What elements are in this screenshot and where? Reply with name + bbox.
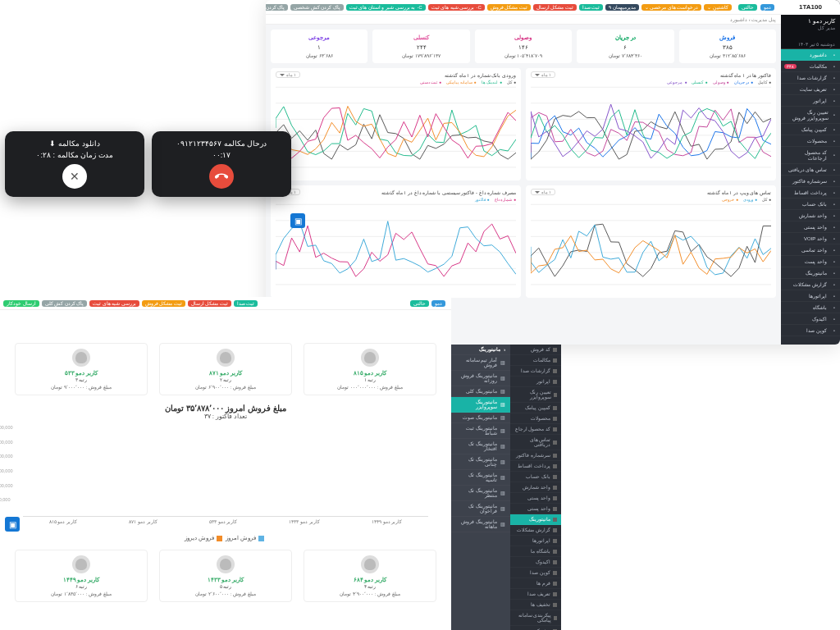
user-card[interactable]: کاربر دمو ۶۸۴رتبه ۴مبلغ فروش : ۴٬۹۰۰٬۰۰۰… bbox=[304, 550, 436, 602]
submenu-item[interactable]: ▥مانیتورینگ صوت bbox=[451, 413, 510, 423]
close-button[interactable]: ✕ bbox=[62, 164, 87, 189]
period-select[interactable]: ۱ ماه bbox=[531, 71, 555, 78]
contact-fab-icon[interactable]: ▣ bbox=[290, 213, 305, 228]
sidebar-item[interactable]: ▪واحد VOIP bbox=[781, 233, 840, 244]
sidebar2-item[interactable]: تخفیف ها bbox=[510, 600, 561, 610]
hangup-button[interactable] bbox=[209, 164, 234, 189]
phone-hangup-icon bbox=[215, 170, 228, 183]
sidebar-item[interactable]: ▪اکیدوک bbox=[781, 313, 840, 325]
sidebar-item[interactable]: ▪واحد پست bbox=[781, 256, 840, 267]
submenu-item[interactable]: ▥مانیتورینگ فروش ماهانه bbox=[451, 517, 510, 532]
sidebar-item[interactable]: ▪کد محصول ارجاعات bbox=[781, 147, 840, 164]
sidebar-item[interactable]: ▪بانک حساب bbox=[781, 199, 840, 210]
submenu-item[interactable]: ▥مانیتورینگ کلی bbox=[451, 386, 510, 397]
sidebar2-item[interactable]: پیکربندی سامانه پیامکی bbox=[510, 610, 561, 626]
sidebar-item[interactable]: ▪کمپین پیامک bbox=[781, 124, 840, 135]
period-select[interactable]: ۱ ماه bbox=[276, 71, 300, 78]
sidebar-item[interactable]: ▪محصولات bbox=[781, 135, 840, 147]
topbar-pill[interactable]: مدیرمیهمان ۹ bbox=[605, 4, 639, 11]
sidebar-item[interactable]: ▪باشگاه bbox=[781, 302, 840, 313]
submenu-item[interactable]: ▥مانیتورینگ تک فراخوان bbox=[451, 501, 510, 517]
topbar-pill[interactable]: ثبت مشکل ارسال bbox=[188, 300, 231, 307]
sidebar2-item[interactable]: گزارش مشکلات bbox=[510, 525, 561, 536]
topbar-pill[interactable]: پاک کردن کش کلی bbox=[42, 300, 88, 307]
sidebar2-item[interactable]: فرم ها bbox=[510, 578, 561, 589]
menu-icon bbox=[553, 571, 557, 575]
user-card[interactable]: کاربر دمو ۵۳۳رتبه ۳مبلغ فروش : ۹٬۰۰۰٬۰۰۰… bbox=[15, 343, 148, 395]
sidebar-item[interactable]: ▪تماس های دریافتی bbox=[781, 164, 840, 176]
sidebar2-item[interactable]: کمپین پیامک bbox=[510, 403, 561, 413]
sidebar2-item[interactable]: تعیین رنگ سوپروایزر bbox=[510, 387, 561, 403]
sidebar2-item[interactable]: اپراتورها bbox=[510, 536, 561, 546]
topbar-pill[interactable]: ثبت مشکل فروش bbox=[487, 4, 531, 11]
user-card[interactable]: کاربر دمو ۸۱۵رتبه ۱مبلغ فروش : ۰۰۰٬۰۰۰٬۰… bbox=[304, 343, 436, 395]
period-select[interactable]: ۱ ماه bbox=[531, 189, 555, 195]
sidebar2-item[interactable]: بانک حساب bbox=[510, 472, 561, 482]
topbar-pill[interactable]: ۰C بررسی شبه های ثبت bbox=[428, 4, 485, 11]
topbar-pill[interactable]: درخواست های مرخصی ⌄ bbox=[641, 4, 702, 11]
sidebar2-item[interactable]: گزارشات صدا bbox=[510, 366, 561, 377]
sidebar2-item[interactable]: واحد پستی bbox=[510, 504, 561, 514]
sidebar-item[interactable]: ▪تعریف سایت bbox=[781, 84, 840, 95]
sidebar-item[interactable]: ▪اپراتور bbox=[781, 95, 840, 107]
topbar-pill[interactable]: پاک کردن کش شخصی bbox=[290, 4, 344, 11]
sidebar-item[interactable]: ▪واحد پستی bbox=[781, 221, 840, 233]
bar-chart-icon: ▥ bbox=[500, 360, 505, 365]
topbar-pill[interactable]: ثبت مشکل ارسال bbox=[533, 4, 577, 11]
sidebar2-item[interactable]: باشگاه ما bbox=[510, 546, 561, 557]
sidebar-item[interactable]: ▪تعیین رنگ سوپروایزر فروش bbox=[781, 107, 840, 124]
topbar-pill[interactable]: ثبت صدا bbox=[234, 300, 258, 307]
sidebar-item[interactable]: ▪کوپن صدا bbox=[781, 325, 840, 336]
sidebar2-item[interactable]: واحد شمارش bbox=[510, 482, 561, 493]
submenu-item[interactable]: ▥مانیتورینگ تک چنانی bbox=[451, 454, 510, 470]
topbar-pill[interactable]: پاک کردن کش کلی bbox=[266, 4, 288, 11]
sidebar-item[interactable]: ▪پرداخت اقساط bbox=[781, 187, 840, 199]
topbar-pill[interactable]: ثبت مشکل فروش bbox=[142, 300, 185, 307]
sidebar-item[interactable]: ▪سرشماره فاکتور bbox=[781, 176, 840, 187]
sidebar-item[interactable]: ▪واحد تماسی bbox=[781, 244, 840, 256]
pill-login[interactable]: دمو bbox=[431, 300, 445, 307]
submenu-item[interactable]: ▥آمار تیم سامانه فروش bbox=[451, 355, 510, 371]
contact-fab-icon[interactable]: ▣ bbox=[5, 517, 20, 532]
submenu-item[interactable]: ▥مانیتورینگ فروش روزانه bbox=[451, 371, 510, 386]
topbar-pill[interactable]: بررسی شبه های ثبت bbox=[89, 300, 139, 307]
submenu-item[interactable]: ▥مانیتورینگ تک تاسیه bbox=[451, 470, 510, 486]
sidebar2-item[interactable]: پرداخت اقساط bbox=[510, 461, 561, 472]
pill-alt[interactable]: حالتی bbox=[410, 300, 429, 307]
topbar-pill[interactable]: ثبت صدا bbox=[579, 4, 604, 11]
sidebar2-item[interactable]: مانیتورینگ bbox=[510, 514, 561, 525]
sidebar2-item[interactable]: اپراتور bbox=[510, 377, 561, 387]
sidebar-user: کاربر دمو ۱ مدیر کل bbox=[781, 15, 840, 39]
topbar-pill[interactable]: کاشتین ⌄ bbox=[704, 4, 732, 11]
sidebar2-item[interactable]: تعریف صدا bbox=[510, 589, 561, 600]
sidebar-item[interactable]: ▪گزارشات صدا bbox=[781, 72, 840, 84]
sidebar2-item[interactable]: اکیدوک bbox=[510, 557, 561, 568]
submenu-item[interactable]: ▥مانیتورینگ تک افتخار bbox=[451, 439, 510, 454]
user-card[interactable]: کاربر دمو ۱۴۴۹رتبه ۶مبلغ فروش : ۱٬۸۳۵٬۰۰… bbox=[15, 550, 148, 602]
sidebar-item[interactable]: ▪اپراتورها bbox=[781, 290, 840, 302]
sidebar2-item[interactable]: ریفر کد پیپ bbox=[510, 626, 561, 630]
sidebar-item[interactable]: ▪گزارش مشکلات bbox=[781, 279, 840, 290]
pill-alt[interactable]: حالتی bbox=[738, 4, 757, 11]
sidebar2-item[interactable]: تماس های دریافتی bbox=[510, 435, 561, 450]
sidebar2-item[interactable]: کد محصول ارجاع bbox=[510, 424, 561, 435]
user-card[interactable]: کاربر دمو ۱۴۳۳رتبه ۵مبلغ فروش : ۲٬۶۰۰٬۰۰… bbox=[159, 550, 292, 602]
sidebar2-item[interactable]: واحد پستی bbox=[510, 493, 561, 504]
sidebar2-item[interactable]: کوپن صدا bbox=[510, 568, 561, 578]
submenu-item[interactable]: ▥مانیتورینگ ثبت شباط bbox=[451, 423, 510, 439]
sidebar-item[interactable]: ▪مکالمات۳۴۸ bbox=[781, 61, 840, 72]
sidebar2-item[interactable]: سرشماره فاکتور bbox=[510, 450, 561, 461]
user-card[interactable]: کاربر دمو ۸۷۱رتبه ۲مبلغ فروش : ۶٬۹۰۰٬۰۰۰… bbox=[159, 343, 292, 395]
sidebar-item[interactable]: ▪داشبورد bbox=[781, 49, 840, 61]
topbar-pill[interactable]: ۰C به بررسی شبر و استان های ثبت bbox=[346, 4, 426, 11]
submenu-item[interactable]: ▥مانیتورینگ تک منتظر bbox=[451, 486, 510, 501]
sidebar2-item[interactable]: کد فروش bbox=[510, 345, 561, 355]
topbar-pill[interactable]: ارسال خودکار bbox=[3, 300, 39, 307]
pill-login[interactable]: دمو bbox=[760, 4, 774, 11]
bar-chart-icon: ▥ bbox=[500, 415, 505, 420]
sidebar2-item[interactable]: مکالمات bbox=[510, 355, 561, 366]
sidebar2-item[interactable]: محصولات bbox=[510, 413, 561, 424]
submenu-item[interactable]: ▥مانیتورینگ سوپروایزر bbox=[451, 397, 510, 413]
sidebar-item[interactable]: ▪مانیتورینگ bbox=[781, 267, 840, 279]
sidebar-item[interactable]: ▪واحد شمارش bbox=[781, 210, 840, 221]
